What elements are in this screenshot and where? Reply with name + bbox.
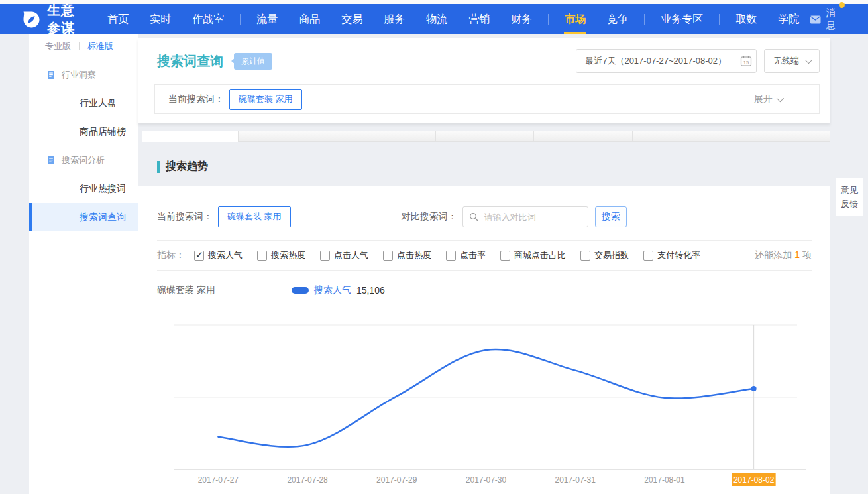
nav-item-service[interactable]: 服务 (373, 4, 415, 34)
chart-legend-row: 碗碟套装 家用 搜索人气 15,106 (157, 284, 812, 297)
query-header-card: 搜索词查询 累计值 最近7天（2017-07-27~2017-08-02） 15 (138, 38, 830, 123)
date-range-picker[interactable]: 最近7天（2017-07-27~2017-08-02） 15 (576, 49, 757, 73)
tab-segment[interactable] (239, 131, 337, 142)
checkbox-icon[interactable] (383, 251, 393, 261)
checkbox-icon[interactable] (320, 251, 330, 261)
nav-item-realtime[interactable]: 实时 (139, 4, 182, 34)
metric-checkbox-pay-conversion[interactable]: 支付转化率 (643, 249, 700, 261)
search-icon (469, 212, 478, 221)
metric-checkbox-click-popularity[interactable]: 点击人气 (320, 249, 368, 261)
metric-checkbox-mall-click-share[interactable]: 商城点击占比 (500, 249, 566, 261)
trend-chart-wrap: 2017-07-272017-07-282017-07-292017-07-30… (138, 318, 830, 494)
compare-search-input[interactable] (483, 212, 602, 223)
current-search-term-row: 当前搜索词： 碗碟套装 家用 展开 (154, 84, 820, 114)
nav-item-competition[interactable]: 竞争 (596, 4, 639, 34)
current-term-chip[interactable]: 碗碟套装 家用 (229, 89, 302, 110)
legend-item-search-popularity[interactable]: 搜索人气 15,106 (292, 284, 385, 296)
nav-item-logistics[interactable]: 物流 (415, 4, 458, 34)
expand-label: 展开 (754, 93, 773, 105)
nav-message-label: 消息 (826, 7, 839, 32)
metric-checkbox-trade-index[interactable]: 交易指数 (580, 249, 629, 261)
feedback-button[interactable]: 意见 反馈 (836, 178, 863, 216)
nav-item-trade[interactable]: 交易 (331, 4, 373, 34)
tab-segment[interactable] (337, 131, 436, 142)
nav-divider (240, 14, 241, 25)
tab-segment[interactable] (436, 131, 534, 142)
metric-checkbox-search-heat[interactable]: 搜索热度 (257, 249, 305, 261)
nav-item-academy[interactable]: 学院 (767, 4, 810, 34)
metric-checkbox-click-rate[interactable]: 点击率 (446, 249, 486, 261)
tab-segment[interactable] (633, 131, 830, 142)
legend-term: 碗碟套装 家用 (157, 284, 215, 296)
nav-divider (548, 14, 549, 25)
page-title: 搜索词查询 (157, 52, 223, 70)
add-more-hint: 还能添加1项 (755, 249, 812, 261)
feedback-line1: 意见 (836, 183, 863, 197)
tab-segment[interactable] (534, 131, 633, 142)
chevron-down-icon (805, 56, 812, 64)
sidebar-group-label: 搜索词分析 (62, 154, 105, 166)
sidebar-item-search-word-query-active[interactable]: 搜索词查询 (29, 203, 138, 231)
nav-item-traffic[interactable]: 流量 (246, 4, 288, 34)
nav-item-warroom[interactable]: 作战室 (182, 4, 235, 34)
nav-item-marketing[interactable]: 营销 (458, 4, 500, 34)
terminal-select[interactable]: 无线端 (764, 49, 820, 73)
section-accent-bar (157, 161, 160, 173)
checkbox-icon[interactable] (194, 251, 204, 261)
compare-term-label: 对比搜索词： (402, 211, 457, 223)
top-nav: 生意参谋 首页 实时 作战室 流量 商品 交易 服务 物流 营销 财务 市场 竞… (0, 4, 868, 34)
sidebar-panel: 专业版 标准版 行业洞察 行业大盘 商品店铺榜 搜索词分析 (29, 34, 138, 494)
trend-chart: 2017-07-272017-07-282017-07-292017-07-30… (138, 318, 830, 494)
divider (157, 240, 812, 241)
version-pro[interactable]: 专业版 (45, 40, 71, 52)
ledger-icon (46, 70, 56, 80)
x-axis-label: 2017-08-02 (733, 475, 775, 485)
search-button[interactable]: 搜索 (595, 206, 627, 227)
ledger-icon (46, 156, 56, 165)
nav-item-business-zone[interactable]: 业务专区 (650, 4, 714, 34)
tab-segment-active[interactable] (142, 131, 239, 142)
checkbox-icon[interactable] (643, 251, 653, 261)
nav-message[interactable]: 消息 (810, 7, 839, 32)
title-row: 搜索词查询 累计值 最近7天（2017-07-27~2017-08-02） 15 (157, 49, 820, 73)
terminal-select-value: 无线端 (773, 55, 799, 67)
checkbox-icon[interactable] (500, 251, 510, 261)
sidebar-item-goods-shop-rank[interactable]: 商品店铺榜 (29, 117, 138, 146)
checkbox-icon[interactable] (580, 251, 590, 261)
metrics-label: 指标： (157, 249, 185, 261)
legend-metric-name: 搜索人气 (314, 284, 351, 296)
current-term-chip[interactable]: 碗碟套装 家用 (218, 206, 291, 227)
version-divider (79, 42, 80, 50)
compare-group: 对比搜索词： 搜索 (402, 206, 627, 227)
metric-checkbox-search-popularity[interactable]: 搜索人气 (194, 249, 243, 261)
x-axis-label: 2017-07-29 (376, 475, 417, 485)
nav-divider (644, 14, 645, 25)
brand[interactable]: 生意参谋 (23, 1, 87, 37)
sidebar-group-search-word-analysis[interactable]: 搜索词分析 (29, 146, 138, 174)
sidebar-group-label: 行业洞察 (62, 69, 96, 81)
trend-filter-row: 当前搜索词： 碗碟套装 家用 对比搜索词： 搜索 (157, 206, 812, 228)
metric-checkbox-click-heat[interactable]: 点击热度 (383, 249, 431, 261)
envelope-icon (810, 15, 821, 24)
nav-item-goods[interactable]: 商品 (288, 4, 331, 34)
screen: 生意参谋 首页 实时 作战室 流量 商品 交易 服务 物流 营销 财务 市场 竞… (0, 0, 868, 494)
brand-name: 生意参谋 (47, 1, 87, 37)
nav-item-home[interactable]: 首页 (97, 4, 139, 34)
sidebar: 专业版 标准版 行业洞察 行业大盘 商品店铺榜 搜索词分析 (0, 34, 138, 494)
checkbox-icon[interactable] (446, 251, 456, 261)
nav-item-market-active[interactable]: 市场 (554, 4, 596, 34)
legend-metric-value: 15,106 (356, 285, 385, 296)
checkbox-icon[interactable] (257, 251, 267, 261)
sidebar-item-industry-board[interactable]: 行业大盘 (29, 89, 138, 117)
nav-item-data-fetch[interactable]: 取数 (725, 4, 767, 34)
expand-toggle[interactable]: 展开 (754, 93, 782, 105)
nav-item-finance[interactable]: 财务 (500, 4, 543, 34)
message-badge-dot (839, 2, 845, 8)
calendar-icon[interactable]: 15 (735, 50, 756, 72)
current-term-label: 当前搜索词： (157, 211, 213, 223)
sidebar-item-hot-search-words[interactable]: 行业热搜词 (29, 174, 138, 203)
cumulative-value-tag: 累计值 (234, 53, 272, 70)
sidebar-group-industry-insight[interactable]: 行业洞察 (29, 60, 138, 89)
main-content: 搜索词查询 累计值 最近7天（2017-07-27~2017-08-02） 15 (138, 34, 830, 494)
version-standard[interactable]: 标准版 (87, 40, 113, 52)
